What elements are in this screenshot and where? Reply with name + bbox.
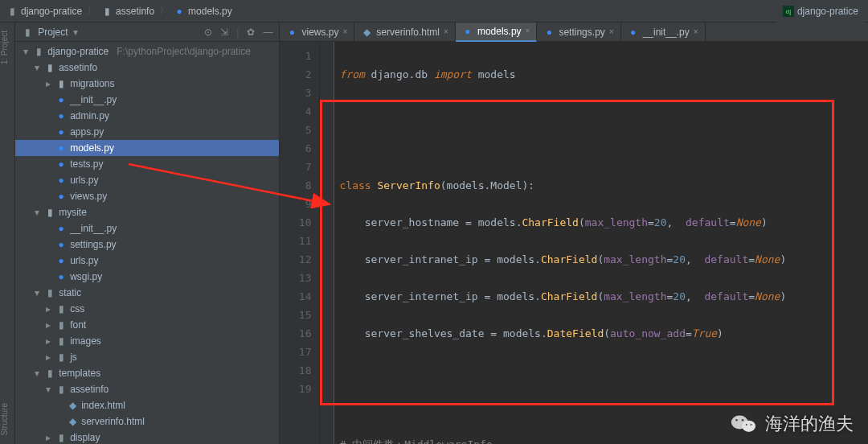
python-file-icon: ● [286,27,297,38]
python-file-icon: ● [462,26,473,37]
run-config-selector[interactable]: dj django-pratice [776,0,865,23]
close-icon[interactable]: × [343,27,348,36]
tool-window-bar: 1: Project Structure [0,23,15,444]
project-panel: ▮ Project ▾ ⊙ ⇲ | ✿ — ▾▮django-praticeF:… [15,23,280,444]
django-icon: dj [783,6,794,17]
tree-file-admin[interactable]: ●admin.py [15,108,279,124]
tree-folder-css[interactable]: ▸▮css [15,301,279,317]
breadcrumb-folder[interactable]: ▮assetinfo [101,6,154,17]
project-title: Project [38,27,68,38]
code-area[interactable]: from django.db import models class Serve… [334,42,868,444]
dropdown-icon[interactable]: ▾ [73,27,78,38]
tool-project-tab[interactable]: 1: Project [0,31,14,64]
tree-folder-migrations[interactable]: ▸▮migrations [15,76,279,92]
close-icon[interactable]: × [694,27,698,36]
tab-views[interactable]: ●views.py× [280,23,354,42]
tab-models[interactable]: ●models.py× [456,23,538,42]
tree-root[interactable]: ▾▮django-praticeF:\pythonProject\django-… [15,43,279,60]
folder-icon: ▮ [101,6,113,17]
tree-file-tests[interactable]: ●tests.py [15,156,279,172]
tree-file-init[interactable]: ●__init__.py [15,92,279,108]
tab-settings[interactable]: ●settings.py× [537,23,620,42]
chevron-right-icon: 〉 [87,4,96,18]
tree-file-serverinfo-html[interactable]: ◆serverinfo.html [15,413,279,430]
tab-init[interactable]: ●__init__.py× [621,23,706,42]
line-number-gutter: 12345678910111213141516171819 [280,42,320,444]
tree-folder-js[interactable]: ▸▮js [15,349,279,365]
folder-icon: ▮ [6,6,18,17]
close-icon[interactable]: × [609,27,614,36]
python-file-icon: ● [543,27,555,38]
tree-file-models[interactable]: ●models.py [15,140,279,156]
tree-folder-assetinfo[interactable]: ▾▮assetinfo [15,60,279,76]
tree-folder-templates[interactable]: ▾▮templates [15,365,279,381]
breadcrumb-bar: ▮django-pratice 〉 ▮assetinfo 〉 ●models.p… [0,0,868,23]
gear-icon[interactable]: ✿ [247,27,255,38]
tree-file-settings[interactable]: ●settings.py [15,236,279,253]
project-tree: ▾▮django-praticeF:\pythonProject\django-… [15,42,279,444]
breadcrumb: ▮django-pratice 〉 ▮assetinfo 〉 ●models.p… [6,4,232,18]
tree-folder-mysite[interactable]: ▾▮mysite [15,204,279,220]
tree-file-apps[interactable]: ●apps.py [15,124,279,140]
tree-file-views[interactable]: ●views.py [15,188,279,204]
close-icon[interactable]: × [444,27,448,36]
chevron-right-icon: 〉 [159,4,169,18]
close-icon[interactable]: × [526,27,530,35]
tree-folder-images[interactable]: ▸▮images [15,333,279,349]
tree-file-mysite-urls[interactable]: ●urls.py [15,253,279,269]
tool-structure-tab[interactable]: Structure [0,403,14,436]
tree-folder-t-assetinfo[interactable]: ▾▮assetinfo [15,381,279,397]
python-file-icon: ● [174,6,185,17]
tree-folder-display[interactable]: ▸▮display [15,430,279,444]
fold-gutter [320,42,334,444]
breadcrumb-file[interactable]: ●models.py [174,6,232,17]
editor-body[interactable]: 12345678910111213141516171819 from djang… [280,42,868,444]
editor-area: ●views.py× ◆serverinfo.html× ●models.py×… [280,23,868,444]
hide-icon[interactable]: — [263,27,272,38]
target-icon[interactable]: ⊙ [204,27,212,38]
editor-tabs: ●views.py× ◆serverinfo.html× ●models.py×… [280,23,868,42]
tree-folder-font[interactable]: ▸▮font [15,317,279,333]
run-config-label: django-pratice [797,6,858,17]
html-file-icon: ◆ [361,27,372,38]
tree-file-wsgi[interactable]: ●wsgi.py [15,269,279,285]
project-icon: ▮ [22,27,33,38]
tree-file-index-html[interactable]: ◆index.html [15,397,279,413]
breadcrumb-root[interactable]: ▮django-pratice [6,6,82,17]
python-file-icon: ● [628,27,639,38]
tab-serverinfo[interactable]: ◆serverinfo.html× [354,23,456,42]
tree-file-urls[interactable]: ●urls.py [15,172,279,188]
tree-file-mysite-init[interactable]: ●__init__.py [15,220,279,236]
tree-folder-static[interactable]: ▾▮static [15,285,279,301]
collapse-icon[interactable]: ⇲ [220,27,228,38]
